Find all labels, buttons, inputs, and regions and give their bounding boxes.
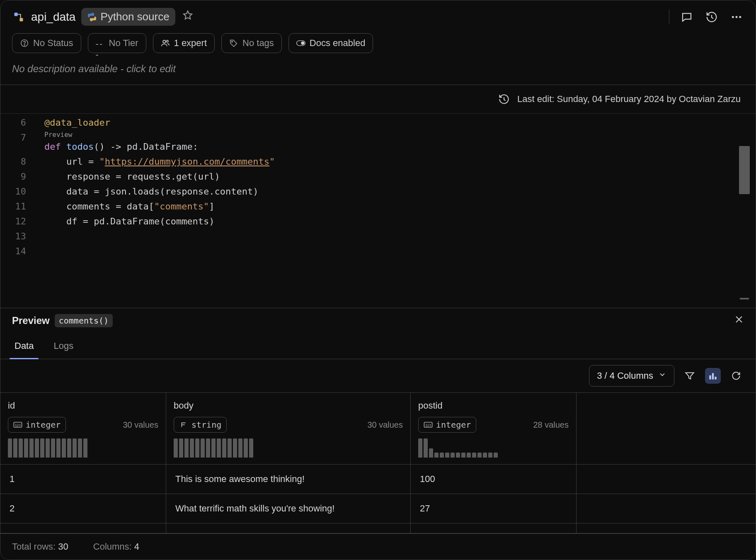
history-icon[interactable]	[704, 10, 719, 24]
scrollbar-thumb[interactable]	[739, 146, 750, 194]
scrollbar[interactable]	[739, 116, 750, 305]
codelens-preview[interactable]: Preview	[44, 130, 756, 139]
columns-dropdown[interactable]: 3 / 4 Columns	[589, 365, 674, 387]
star-icon[interactable]	[182, 10, 194, 24]
svg-point-7	[163, 40, 165, 43]
string-type-icon: string	[174, 417, 227, 433]
data-table: id123integer30 valuesbodystring30 values…	[0, 392, 756, 533]
tab-data[interactable]: Data	[12, 333, 36, 359]
column-header-body[interactable]: bodystring30 values	[166, 393, 411, 465]
columns-dropdown-label: 3 / 4 Columns	[597, 370, 653, 381]
svg-point-4	[739, 16, 741, 18]
svg-rect-12	[709, 375, 711, 380]
pill-tags-label: No tags	[242, 38, 274, 49]
refresh-icon[interactable]	[728, 368, 744, 384]
minimap-mark	[740, 298, 749, 299]
sparkline	[174, 438, 403, 458]
table-cell[interactable]: What terrific math skills you're showing…	[166, 494, 411, 523]
table-cell[interactable]: 2	[0, 494, 166, 523]
pill-docs-label: Docs enabled	[310, 38, 366, 49]
line-gutter: 67891011121314	[0, 114, 34, 308]
history-icon[interactable]	[497, 92, 511, 107]
preview-function: comments()	[55, 314, 113, 327]
source-label: Python source	[100, 10, 169, 23]
svg-point-2	[732, 16, 734, 18]
integer-type-icon: 123integer	[418, 417, 476, 433]
svg-text:123: 123	[425, 424, 431, 427]
page-title: api_data	[31, 10, 75, 24]
pill-docs[interactable]: Docs enabled	[288, 33, 373, 53]
status-bar: Total rows: 30 Columns: 4	[0, 533, 756, 560]
pill-tags[interactable]: No tags	[221, 33, 282, 53]
sparkline	[418, 438, 569, 458]
svg-rect-14	[715, 377, 716, 380]
source-pill[interactable]: Python source	[81, 8, 175, 26]
table-cell[interactable]: 100	[411, 465, 577, 494]
code-editor[interactable]: 67891011121314 @data_loaderPreviewdef to…	[0, 113, 756, 308]
table-cell[interactable]: 27	[411, 494, 577, 523]
svg-text:123: 123	[15, 424, 21, 427]
close-icon[interactable]	[734, 314, 744, 327]
svg-rect-1	[19, 18, 23, 21]
preview-tabs: DataLogs	[0, 333, 756, 359]
svg-point-6	[24, 45, 25, 46]
toggle-icon	[296, 39, 305, 48]
integer-type-icon: 123integer	[8, 417, 66, 433]
svg-point-9	[232, 41, 233, 42]
pill-experts-label: 1 expert	[174, 38, 207, 49]
pipeline-icon	[12, 10, 25, 24]
table-cell[interactable]: This is some awesome thinking!	[166, 465, 411, 494]
pill-tier-label: No Tier	[109, 38, 138, 49]
status-icon	[20, 39, 29, 48]
people-icon	[161, 39, 170, 48]
last-edit: Last edit: Sunday, 04 February 2024 by O…	[517, 94, 741, 105]
pill-experts[interactable]: 1 expert	[153, 33, 215, 53]
table-cell[interactable]: 1	[0, 465, 166, 494]
chevron-down-icon	[658, 370, 666, 381]
pill-status[interactable]: No Status	[12, 33, 81, 53]
tier-icon: - - -	[96, 39, 105, 48]
svg-rect-0	[15, 12, 18, 16]
tab-logs[interactable]: Logs	[51, 333, 76, 359]
stats-icon[interactable]	[705, 368, 721, 384]
more-icon[interactable]	[729, 10, 744, 24]
column-header-id[interactable]: id123integer30 values	[0, 393, 166, 465]
filter-icon[interactable]	[682, 368, 698, 384]
code-content[interactable]: @data_loaderPreviewdef todos() -> pd.Dat…	[34, 114, 756, 308]
tag-icon	[229, 39, 238, 48]
sparkline	[8, 438, 158, 458]
pill-tier[interactable]: - - - No Tier	[88, 33, 146, 53]
svg-point-3	[736, 16, 738, 18]
python-icon	[87, 12, 97, 22]
column-header-postid[interactable]: postid123integer28 values	[411, 393, 577, 465]
preview-title: Preview	[12, 315, 50, 326]
svg-point-8	[166, 40, 168, 42]
svg-rect-13	[712, 373, 714, 380]
pill-status-label: No Status	[33, 38, 73, 49]
svg-point-11	[301, 41, 304, 45]
comment-icon[interactable]	[679, 10, 694, 24]
divider	[669, 10, 669, 24]
description[interactable]: No description available - click to edit	[0, 58, 756, 85]
